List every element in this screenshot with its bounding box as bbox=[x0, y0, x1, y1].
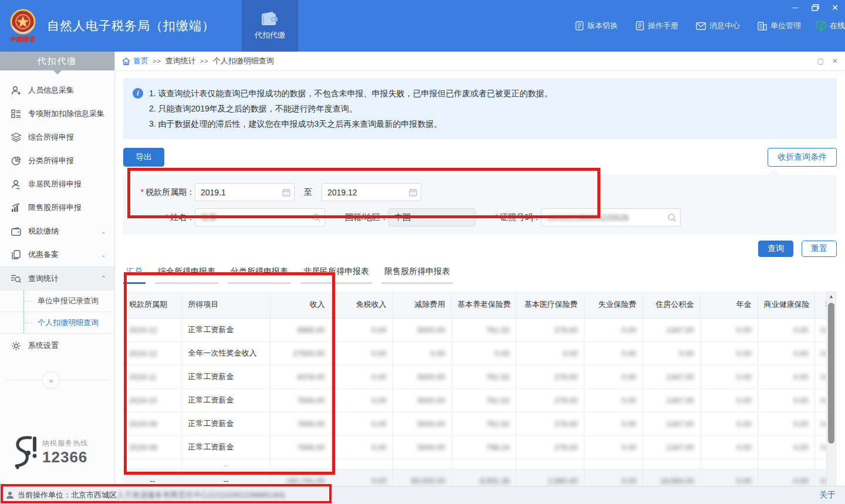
sidebar-collapse-button[interactable]: « bbox=[42, 371, 60, 389]
sidebar-item-comprehensive-income[interactable]: 综合所得申报 bbox=[0, 126, 114, 149]
app-title: 自然人电子税务局（扣缴端） bbox=[47, 18, 215, 34]
chevron-up-icon: ⌃ bbox=[101, 275, 106, 282]
minimize-button[interactable]: ─ bbox=[790, 2, 800, 13]
blurred-cell-value: 0.00 bbox=[621, 396, 636, 405]
totals-blurred-value: 161,741.00 bbox=[286, 476, 325, 485]
sidebar-item-label: 系统设置 bbox=[28, 340, 106, 351]
sidebar-item-nonresident-income[interactable]: 非居民所得申报 bbox=[0, 172, 114, 196]
sidebar-nav: 人员信息采集专项附加扣除信息采集综合所得申报分类所得申报非居民所得申报限售股所得… bbox=[0, 70, 114, 357]
search-icon[interactable] bbox=[667, 213, 677, 222]
pane-close-icon[interactable]: ✕ bbox=[832, 57, 838, 65]
logo-caption: 中国税务 bbox=[10, 35, 36, 43]
blurred-cell-value: 0.00 bbox=[736, 373, 751, 381]
top-link-unit-management[interactable]: 单位管理 bbox=[758, 21, 801, 31]
scroll-up-arrow[interactable]: ▲ bbox=[827, 292, 836, 300]
breadcrumb-home[interactable]: 首页 bbox=[122, 56, 148, 66]
blurred-cell-value: 0.00 bbox=[371, 373, 386, 381]
top-link-message-center[interactable]: 消息中心 bbox=[696, 21, 740, 31]
totals-blurred-value: 8,991.36 bbox=[480, 476, 510, 485]
totals-blurred-value: 0.00 bbox=[621, 476, 636, 485]
hotline-block: 纳税服务热线 12366 bbox=[11, 435, 88, 469]
about-link[interactable]: 关于 bbox=[819, 490, 836, 500]
blurred-cell-value: 0.00 bbox=[793, 420, 808, 428]
id-number-input[interactable]: 110102199904220528 bbox=[541, 208, 681, 226]
sidebar-item-preference-filing[interactable]: 优惠备案⌄ bbox=[0, 243, 114, 266]
table-row[interactable]: 2019-09正常工资薪金7645.000.005000.00761.52279… bbox=[123, 412, 826, 435]
sidebar-item-label: 综合所得申报 bbox=[28, 132, 106, 143]
top-link-version-switch[interactable]: 版本切换 bbox=[575, 21, 618, 31]
query-button[interactable]: 查询 bbox=[758, 241, 793, 257]
income-item-cell: 正常工资薪金 bbox=[188, 325, 234, 334]
table-row[interactable]: 2019-10正常工资薪金7645.000.005000.00761.52279… bbox=[123, 388, 826, 412]
calendar-icon[interactable] bbox=[409, 188, 417, 197]
id-number-label: 证照号码： bbox=[475, 212, 541, 223]
sidebar-subitem-individual-withholding-query[interactable]: 个人扣缴明细查询 bbox=[0, 312, 114, 333]
sidebar-item-query-statistics[interactable]: 查询统计⌃ bbox=[0, 266, 114, 290]
sidebar-item-special-deduction[interactable]: 专项附加扣除信息采集 bbox=[0, 102, 114, 126]
sidebar-item-classified-income[interactable]: 分类所得申报 bbox=[0, 149, 114, 172]
blurred-cell-value: 5000.00 bbox=[418, 373, 445, 381]
tab-nonresident[interactable]: 非居民所得申报表 bbox=[300, 266, 372, 284]
blurred-cell-value: 0.00 bbox=[679, 349, 694, 358]
reset-button[interactable]: 重置 bbox=[802, 241, 837, 257]
between-label: 至 bbox=[304, 187, 312, 198]
vertical-scroll-thumb[interactable] bbox=[828, 303, 834, 444]
close-button[interactable]: ✕ bbox=[830, 2, 840, 13]
blurred-cell-value: 761.52 bbox=[486, 420, 510, 428]
income-item-cell: 正常工资薪金 bbox=[188, 442, 234, 451]
calendar-icon[interactable] bbox=[282, 188, 290, 197]
collapse-query-button[interactable]: 收折查询条件 bbox=[768, 148, 837, 167]
table-row[interactable]: 2019-12全年一次性奖金收入27500.000.000.000.000.00… bbox=[123, 341, 826, 365]
tab-classified[interactable]: 分类所得申报表 bbox=[228, 266, 291, 284]
top-link-manual[interactable]: 操作手册 bbox=[636, 21, 678, 31]
chart-icon bbox=[11, 202, 21, 213]
column-header: 商业健康保险 bbox=[758, 292, 814, 318]
blurred-cell-value: 279.00 bbox=[555, 326, 578, 334]
table-row[interactable]: 2019-08正常工资薪金7645.000.005000.00798.24279… bbox=[123, 435, 826, 459]
breadcrumb-separator: >> bbox=[153, 57, 161, 65]
period-from-input[interactable]: 2019.1 bbox=[195, 183, 295, 201]
table-row[interactable]: 2019-12正常工资薪金9985.000.005000.00761.52279… bbox=[123, 318, 826, 341]
blurred-cell-value: 1347.00 bbox=[667, 420, 694, 428]
blurred-cell-value: 0.00 bbox=[821, 396, 827, 405]
export-button[interactable]: 导出 bbox=[123, 148, 164, 167]
sidebar-item-personnel-info[interactable]: 人员信息采集 bbox=[0, 79, 114, 102]
info-icon: i bbox=[133, 88, 143, 99]
tab-summary[interactable]: 汇总 bbox=[123, 266, 146, 284]
sidebar-item-label: 人员信息采集 bbox=[28, 85, 106, 96]
blurred-cell-value: 5000.00 bbox=[418, 420, 445, 428]
tab-comprehensive[interactable]: 综合所得申报表 bbox=[155, 266, 218, 284]
sidebar-subitem-unit-report-query[interactable]: 单位申报记录查询 bbox=[0, 290, 114, 312]
sidebar-item-tax-payment[interactable]: 税款缴纳⌄ bbox=[0, 219, 114, 243]
blurred-cell-value: 0.00 bbox=[736, 443, 751, 452]
totals-blurred-value: 0.00 bbox=[821, 476, 827, 485]
name-input[interactable]: 张某 bbox=[195, 208, 325, 226]
tab-withholding[interactable]: 代扣代缴 bbox=[242, 0, 298, 52]
vertical-scrollbar[interactable]: ▲ ▼ bbox=[826, 292, 836, 486]
period-to-input[interactable]: 2019.12 bbox=[322, 183, 421, 201]
sidebar-item-label: 专项附加扣除信息采集 bbox=[28, 109, 106, 119]
id-number-value-blurred: 110102199904220528 bbox=[547, 213, 628, 222]
nationality-label: 国籍/地区： bbox=[325, 212, 388, 223]
pane-maximize-icon[interactable]: ▢ bbox=[817, 57, 824, 65]
restore-button[interactable] bbox=[810, 2, 820, 13]
blurred-cell-value: 0.00 bbox=[821, 420, 827, 428]
tax-emblem-icon bbox=[10, 9, 36, 35]
blurred-cell-value: 0.00 bbox=[430, 349, 445, 358]
sidebar-item-restricted-stock[interactable]: 限售股所得申报 bbox=[0, 196, 114, 219]
table-row[interactable]: 2019-11正常工资薪金9376.000.005000.00761.52279… bbox=[123, 365, 826, 388]
totals-blurred-value: 0.00 bbox=[793, 476, 808, 485]
blurred-cell-value: 798.24 bbox=[486, 443, 510, 452]
blurred-cell-value: 0.00 bbox=[371, 349, 386, 358]
blurred-cell-value: 0.00 bbox=[793, 373, 808, 381]
top-link-label: 操作手册 bbox=[648, 21, 678, 31]
sidebar-item-system-settings[interactable]: 系统设置 bbox=[0, 334, 114, 357]
search-icon[interactable] bbox=[312, 213, 321, 222]
column-header: 减除费用 bbox=[393, 292, 451, 318]
tab-restricted-stock[interactable]: 限售股所得申报表 bbox=[381, 266, 453, 284]
scroll-down-arrow[interactable]: ▼ bbox=[827, 483, 836, 486]
blurred-cell-value: 0.00 bbox=[736, 396, 751, 405]
blurred-cell-value: 0.00 bbox=[793, 443, 808, 452]
blurred-cell-value: 2019-11 bbox=[129, 373, 157, 381]
panel-notch bbox=[768, 169, 780, 181]
